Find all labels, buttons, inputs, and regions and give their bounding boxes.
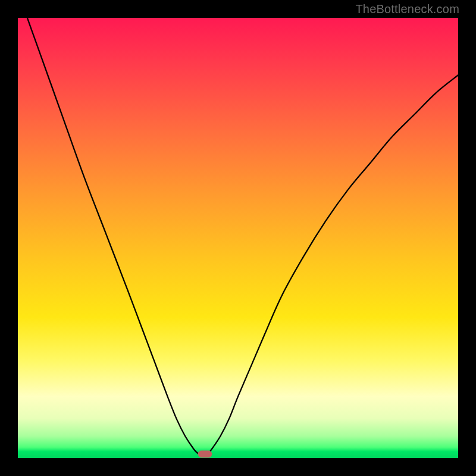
watermark-text: TheBottleneck.com — [355, 2, 459, 16]
chart-frame: TheBottleneck.com — [0, 0, 476, 476]
bottleneck-curve — [18, 18, 458, 457]
plot-area — [18, 18, 458, 458]
optimum-marker — [198, 450, 212, 458]
curve-layer — [18, 18, 458, 458]
